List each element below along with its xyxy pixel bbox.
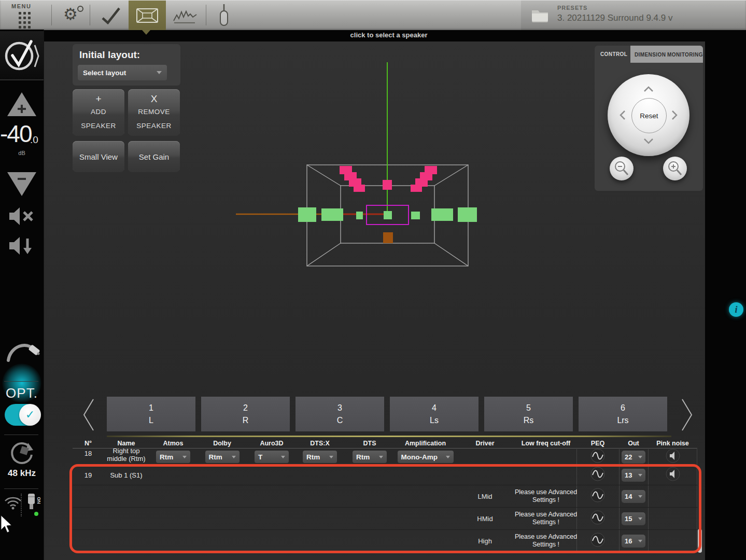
dolby-dropdown[interactable]: Rtm (205, 451, 240, 463)
remove-speaker-button[interactable]: X REMOVE SPEAKER (128, 89, 180, 136)
canvas-hint-text: click to select a speaker (232, 31, 546, 39)
magnifier-plus-icon (663, 157, 687, 180)
tab-dimension[interactable]: DIMENSION (635, 52, 666, 58)
mouse-cursor (0, 515, 13, 535)
dtsx-dropdown[interactable]: Rtm (303, 451, 337, 463)
logo-block[interactable] (0, 31, 44, 80)
col-dts: DTS (363, 440, 376, 447)
menu-grid-icon[interactable] (19, 12, 31, 29)
col-dolby: Dolby (213, 440, 231, 447)
zoom-in-button[interactable] (663, 157, 687, 180)
speaker-number: 4 (432, 403, 437, 413)
add-speaker-button[interactable]: + ADD SPEAKER (73, 89, 124, 136)
ceiling-speakers-pink[interactable] (340, 166, 437, 192)
strip-scroll-indicator (107, 436, 671, 437)
tab-control[interactable]: CONTROL (600, 51, 627, 57)
optical-label: OPT. (0, 385, 44, 401)
settings-gear-icon[interactable]: ⚙ (63, 6, 78, 22)
trinnov-logo-icon (4, 37, 40, 75)
speaker-tab-4[interactable]: 4 Ls (390, 397, 478, 431)
col-lowfreq: Low freq cut-off (522, 440, 570, 447)
dolby-value: Rtm (209, 453, 222, 461)
speaker-name-cell: Right top middle (Rtm) (107, 449, 145, 463)
menu-label: MENU (11, 3, 31, 9)
toolbar-divider (51, 5, 52, 25)
speaker-tab-1[interactable]: 1 L (107, 397, 195, 431)
speaker-icon (666, 449, 680, 463)
speaker-setup-screen: MENU ⚙ (0, 0, 746, 560)
speaker-number: 5 (526, 403, 531, 413)
reset-view-button[interactable]: Reset (631, 98, 667, 133)
sidebar-divider (4, 381, 38, 382)
top-toolbar: MENU ⚙ (0, 0, 746, 30)
table-row-18[interactable]: 18 Right top middle (Rtm) Rtm Rtm T Rtm … (73, 449, 697, 465)
add-speaker-label2: SPEAKER (73, 122, 124, 130)
room-3d-view[interactable] (228, 47, 498, 275)
col-driver: Driver (475, 440, 494, 447)
measurement-curve-icon[interactable] (173, 10, 197, 24)
speaker-tab-5[interactable]: 5 Rs (484, 397, 573, 431)
sidebar-divider (4, 488, 38, 489)
speaker-name: Lrs (617, 416, 628, 425)
col-amplification: Amplification (405, 440, 446, 447)
speaker-strip-prev-button[interactable] (81, 398, 95, 431)
pink-noise-button[interactable] (666, 449, 680, 465)
layout-select-dropdown[interactable]: Select layout (78, 65, 167, 80)
room-view-icon (136, 8, 159, 23)
optical-toggle-knob[interactable]: ✓ (19, 404, 41, 426)
initial-layout-panel: Initial layout: Select layout (73, 44, 180, 86)
presets-label: PRESETS (557, 5, 587, 11)
subwoofer-marker[interactable] (383, 232, 393, 243)
speaker-tab-3[interactable]: 3 C (295, 397, 384, 431)
speaker-tab-6[interactable]: 6 Lrs (579, 397, 667, 431)
atmos-value: Rtm (160, 453, 173, 461)
small-view-button[interactable]: Small View (73, 141, 124, 172)
volume-up-button[interactable] (6, 91, 37, 118)
folder-icon (530, 6, 551, 23)
auro3d-dropdown[interactable]: T (255, 451, 289, 463)
remove-speaker-label2: SPEAKER (128, 122, 180, 130)
peq-icon (590, 449, 605, 463)
dts-dropdown[interactable]: Rtm (353, 451, 387, 463)
sample-rate-label: 48 kHz (0, 468, 44, 479)
chevron-down-icon (446, 456, 450, 458)
calibration-check-icon[interactable] (101, 7, 121, 24)
table-header: N° Name Atmos Dolby Auro3D DTS:X DTS Amp… (73, 438, 697, 449)
chevron-down-icon (329, 456, 333, 458)
toolbar-divider (206, 5, 206, 25)
zoom-out-button[interactable] (610, 157, 634, 180)
col-num: N° (85, 440, 92, 447)
mute-button[interactable] (8, 206, 35, 227)
col-peq: PEQ (591, 440, 604, 447)
sidebar-divider (4, 435, 38, 435)
speaker-strip-next-button[interactable] (680, 398, 695, 431)
volume-down-button[interactable] (6, 171, 37, 198)
atmos-dropdown[interactable]: Rtm (156, 451, 190, 463)
speaker-name: Ls (430, 416, 439, 425)
speaker-tab-2[interactable]: 2 R (201, 397, 290, 431)
speaker-number: 6 (621, 403, 625, 413)
tab-speaker-layout-active[interactable] (129, 1, 166, 30)
info-icon[interactable]: i (729, 302, 743, 317)
out-value: 22 (625, 453, 632, 461)
mic-status-label: ON (36, 497, 41, 504)
clock-sync-icon (8, 439, 35, 466)
col-pinknoise: Pink noise (656, 440, 689, 447)
dtsx-value: Rtm (306, 453, 320, 461)
peq-button[interactable] (590, 449, 605, 465)
col-name: Name (117, 440, 135, 447)
amplification-dropdown[interactable]: Mono-Amp (398, 451, 454, 463)
layout-select-value: Select layout (83, 69, 126, 77)
microphone-icon[interactable] (218, 3, 230, 28)
preset-selector[interactable]: PRESETS 3. 20211129 Surround 9.4.9 v (521, 1, 746, 30)
tab-monitoring[interactable]: MONITORING (667, 52, 703, 58)
chevron-down-icon (281, 456, 285, 458)
xlr-cable-icon[interactable] (4, 337, 40, 374)
volume-unit: dB (4, 150, 39, 156)
dim-button[interactable] (8, 235, 35, 258)
out-dropdown[interactable]: 22 (622, 451, 645, 464)
speaker-name: L (149, 416, 153, 425)
set-gain-button[interactable]: Set Gain (128, 141, 180, 172)
chevron-down-icon (182, 456, 187, 458)
speaker-number: 1 (149, 403, 153, 413)
